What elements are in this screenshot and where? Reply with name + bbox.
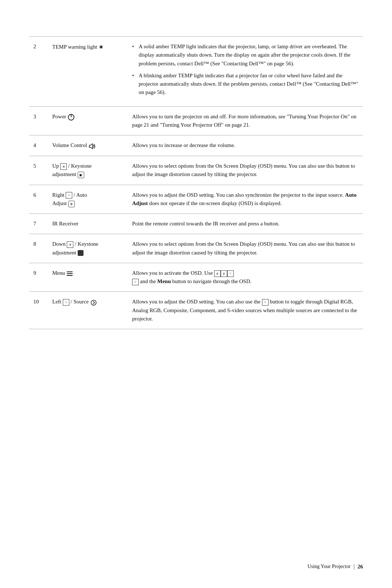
right-arrow-icon: > <box>66 192 72 199</box>
row-description: Allows you to adjust the OSD setting. Yo… <box>128 185 363 214</box>
up-arrow-icon: ∧ <box>60 163 67 170</box>
keystone-down-icon <box>78 250 83 256</box>
svg-rect-3 <box>67 271 73 272</box>
power-icon <box>68 113 75 121</box>
svg-point-6 <box>91 300 96 305</box>
row-name: Menu <box>48 263 128 292</box>
nav-left-icon: < <box>227 270 234 277</box>
down-arrow-icon: ∨ <box>67 241 73 248</box>
footer-label: Using Your Projector <box>307 564 351 569</box>
row-description: A solid amber TEMP light indicates that … <box>128 37 363 107</box>
row-name: Volume Control <box>48 135 128 156</box>
footer-separator: | <box>354 563 355 570</box>
table-row: 7 IR Receiver Point the remote control t… <box>29 214 363 234</box>
page-footer: Using Your Projector | 26 <box>307 563 363 570</box>
table-row: 6 Right > / AutoAdjust ⊕ Allows you to a… <box>29 185 363 214</box>
menu-icon <box>66 269 73 278</box>
row-description: Allows you to activate the OSD. Use ∧∨<>… <box>128 263 363 292</box>
svg-rect-4 <box>67 273 73 274</box>
row-name: Down ∨ / Keystoneadjustment <box>48 234 128 263</box>
source-icon <box>90 298 97 306</box>
table-row: 10 Left < / Source Allows you to adjust … <box>29 292 363 329</box>
temp-icon: ⁕ <box>98 42 104 53</box>
row-name: Right > / AutoAdjust ⊕ <box>48 185 128 214</box>
table-row: 8 Down ∨ / Keystoneadjustment Allows you… <box>29 234 363 263</box>
svg-rect-5 <box>67 275 73 276</box>
row-description: Allows you to turn the projector on and … <box>128 106 363 135</box>
row-number: 8 <box>29 234 48 263</box>
left-arrow-icon: < <box>63 299 69 306</box>
row-description: Point the remote control towards the IR … <box>128 214 363 234</box>
row-description: Allows you to increase or decrease the v… <box>128 135 363 156</box>
row-name: Power <box>48 106 128 135</box>
row-number: 5 <box>29 156 48 185</box>
row-number: 7 <box>29 214 48 234</box>
svg-marker-2 <box>89 144 93 149</box>
row-number: 10 <box>29 292 48 329</box>
row-number: 4 <box>29 135 48 156</box>
page-number: 26 <box>358 564 363 570</box>
bold-text: Auto Adjust <box>132 192 356 206</box>
table-row: 9 Menu Allows you to activate the OSD. U… <box>29 263 363 292</box>
row-name: IR Receiver <box>48 214 128 234</box>
nav-up-icon: ∧ <box>214 270 221 277</box>
row-number: 6 <box>29 185 48 214</box>
table-row: 2 TEMP warning light ⁕ A solid amber TEM… <box>29 37 363 107</box>
table-row: 5 Up ∧ / Keystoneadjustment ▣ Allows you… <box>29 156 363 185</box>
nav-right-icon: > <box>132 279 139 285</box>
left-icon-inline: < <box>262 299 269 306</box>
row-number: 3 <box>29 106 48 135</box>
volume-icon <box>89 142 97 150</box>
bullet-item: A solid amber TEMP light indicates that … <box>132 42 359 68</box>
row-description: Allows you to select options from the On… <box>128 156 363 185</box>
keystone-up-icon: ▣ <box>78 172 84 178</box>
page: 2 TEMP warning light ⁕ A solid amber TEM… <box>0 0 392 588</box>
table-row: 4 Volume Control Allows you to increase … <box>29 135 363 156</box>
table-row: 3 Power Allows you to turn the projector… <box>29 106 363 135</box>
bold-menu: Menu <box>157 278 171 284</box>
row-name: Up ∧ / Keystoneadjustment ▣ <box>48 156 128 185</box>
row-description: Allows you to select options from the On… <box>128 234 363 263</box>
row-name: Left < / Source <box>48 292 128 329</box>
auto-adjust-icon: ⊕ <box>68 201 75 207</box>
row-description: Allows you to adjust the OSD setting. Yo… <box>128 292 363 329</box>
row-number: 2 <box>29 37 48 107</box>
nav-down-icon: ∨ <box>221 270 227 277</box>
content-table: 2 TEMP warning light ⁕ A solid amber TEM… <box>29 36 363 329</box>
bullet-item: A blinking amber TEMP light indicates th… <box>132 72 359 97</box>
row-name: TEMP warning light ⁕ <box>48 37 128 107</box>
row-number: 9 <box>29 263 48 292</box>
